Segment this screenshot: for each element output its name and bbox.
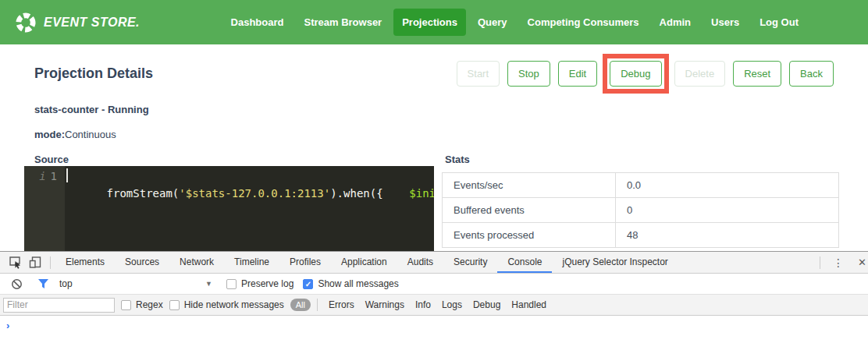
stat-value-cell: 48	[616, 223, 839, 248]
tab-elements[interactable]: Elements	[55, 252, 115, 273]
regex-checkbox[interactable]	[121, 300, 131, 310]
filter-category-info[interactable]: Info	[411, 299, 436, 310]
code-line[interactable]: fromStream('$stats-127.0.0.1:2113').when…	[65, 166, 434, 251]
eventstore-logo-icon	[14, 11, 37, 34]
nav-item-stream-browser[interactable]: Stream Browser	[295, 9, 390, 36]
nav-item-users[interactable]: Users	[703, 9, 748, 36]
show-all-messages-label: Show all messages	[318, 278, 398, 289]
reset-button[interactable]: Reset	[733, 61, 781, 87]
inspect-element-icon[interactable]	[5, 253, 25, 272]
hide-network-checkbox[interactable]	[169, 300, 180, 310]
table-row: Events processed48	[443, 223, 839, 248]
execution-context-selector[interactable]: top ▼	[59, 278, 212, 289]
nav-item-query[interactable]: Query	[469, 9, 516, 36]
nav-menu: DashboardStream BrowserProjectionsQueryC…	[222, 9, 807, 36]
code-token-plain: fromStream(	[107, 187, 180, 200]
tab-sources[interactable]: Sources	[115, 252, 169, 273]
show-all-messages-option[interactable]: ✓ Show all messages	[303, 278, 398, 289]
devtools-panel: ElementsSourcesNetworkTimelineProfilesAp…	[0, 251, 868, 343]
nav-item-admin[interactable]: Admin	[651, 9, 699, 36]
filter-category-logs[interactable]: Logs	[437, 299, 467, 310]
tab-profiles[interactable]: Profiles	[279, 252, 331, 273]
editor-gutter: i 1	[24, 166, 65, 251]
line-number: 1	[51, 168, 57, 251]
clear-console-icon[interactable]	[6, 274, 27, 293]
preserve-log-checkbox[interactable]	[226, 279, 237, 289]
mode-line: mode:Continuous	[34, 129, 116, 140]
code-token-string: '$stats-127.0.0.1:2113'	[179, 187, 330, 200]
delete-button[interactable]: Delete	[674, 61, 726, 87]
console-filter-bar: Regex Hide network messages All ErrorsWa…	[0, 295, 868, 316]
preserve-log-label: Preserve log	[241, 278, 293, 289]
filter-all-badge[interactable]: All	[290, 299, 311, 311]
source-heading: Source	[34, 154, 69, 165]
back-button[interactable]: Back	[789, 61, 834, 87]
debug-highlight-box: Debug	[603, 54, 668, 94]
tab-audits[interactable]: Audits	[397, 252, 443, 273]
debug-button[interactable]: Debug	[610, 61, 661, 87]
toolbar-divider	[50, 256, 51, 269]
tab-timeline[interactable]: Timeline	[224, 252, 279, 273]
console-output[interactable]: ›	[0, 316, 868, 342]
start-button[interactable]: Start	[457, 61, 500, 87]
devtools-tabbar-right: ⋮ ✕	[815, 252, 868, 273]
filter-input[interactable]	[3, 298, 115, 313]
context-value: top	[59, 278, 73, 289]
code-editor[interactable]: i 1 fromStream('$stats-127.0.0.1:2113').…	[24, 166, 434, 251]
regex-option[interactable]: Regex	[121, 299, 163, 310]
filter-category-errors[interactable]: Errors	[324, 299, 359, 310]
edit-button[interactable]: Edit	[558, 61, 597, 87]
tab-security[interactable]: Security	[443, 252, 497, 273]
stat-label-cell: Buffered events	[443, 198, 616, 223]
tab-network[interactable]: Network	[169, 252, 224, 273]
action-buttons: StartStopEditDebugDeleteResetBack	[457, 61, 834, 87]
devtools-tabbar: ElementsSourcesNetworkTimelineProfilesAp…	[0, 252, 868, 274]
show-all-messages-checkbox[interactable]: ✓	[303, 279, 313, 289]
mode-value: Continuous	[65, 129, 116, 140]
stat-label-cell: Events processed	[443, 223, 616, 248]
filter-category-warnings[interactable]: Warnings	[361, 299, 409, 310]
hide-network-option[interactable]: Hide network messages	[169, 299, 284, 310]
nav-item-projections[interactable]: Projections	[393, 9, 466, 36]
nav-item-log-out[interactable]: Log Out	[751, 9, 807, 36]
mode-label: mode:	[34, 129, 65, 140]
code-token-keyname: $init:	[409, 187, 434, 200]
filter-categories: ErrorsWarningsInfoLogsDebugHandled	[324, 299, 551, 310]
devtools-tabs: ElementsSourcesNetworkTimelineProfilesAp…	[55, 252, 678, 273]
filter-category-debug[interactable]: Debug	[468, 299, 505, 310]
stat-value-cell: 0	[616, 198, 839, 223]
projection-status: stats-counter - Running	[34, 104, 149, 115]
tab-jquery-selector-inspector[interactable]: jQuery Selector Inspector	[552, 252, 678, 273]
console-prompt-icon: ›	[6, 320, 9, 331]
filter-divider	[317, 299, 318, 311]
table-row: Events/sec0.0	[443, 173, 839, 198]
cursor-caret	[66, 168, 68, 182]
filter-funnel-icon[interactable]	[33, 274, 53, 293]
chevron-down-icon: ▼	[205, 280, 212, 288]
close-devtools-icon[interactable]: ✕	[852, 256, 868, 268]
brand-name: EVENT STORE.	[44, 16, 140, 30]
navbar: EVENT STORE. DashboardStream BrowserProj…	[0, 0, 868, 44]
regex-label: Regex	[136, 299, 163, 310]
nav-item-dashboard[interactable]: Dashboard	[222, 9, 293, 36]
stats-table: Events/sec0.0Buffered events0Events proc…	[442, 172, 839, 248]
hide-network-label: Hide network messages	[184, 299, 284, 310]
code-token-plain: ).when({	[330, 187, 382, 200]
overflow-menu-icon[interactable]: ⋮	[825, 256, 852, 269]
stop-button[interactable]: Stop	[507, 61, 550, 87]
stats-heading: Stats	[445, 154, 470, 165]
nav-item-competing-consumers[interactable]: Competing Consumers	[519, 9, 648, 36]
toolbar-divider	[820, 256, 820, 269]
stat-label-cell: Events/sec	[443, 173, 616, 198]
brand[interactable]: EVENT STORE.	[14, 11, 140, 34]
stat-value-cell: 0.0	[616, 173, 839, 198]
tab-console[interactable]: Console	[497, 252, 552, 273]
filter-category-handled[interactable]: Handled	[507, 299, 551, 310]
tab-application[interactable]: Application	[331, 252, 397, 273]
table-row: Buffered events0	[443, 198, 839, 223]
device-toolbar-icon[interactable]	[25, 253, 45, 272]
console-toolbar: top ▼ Preserve log ✓ Show all messages	[0, 274, 868, 295]
page-title: Projection Details	[34, 65, 153, 82]
gutter-annotation-icon: i	[39, 168, 45, 251]
preserve-log-option[interactable]: Preserve log	[226, 278, 293, 289]
